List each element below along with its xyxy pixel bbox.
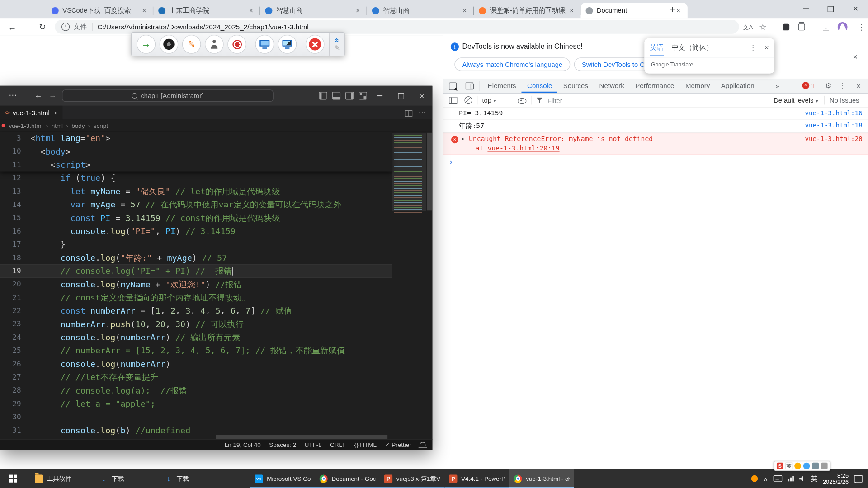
breadcrumb-item[interactable]: vue-1-3.html: [9, 122, 43, 129]
source-link[interactable]: vue-1-3.html:20: [805, 135, 863, 143]
horizontal-scrollbar[interactable]: [216, 435, 388, 439]
profile-avatar[interactable]: [837, 22, 848, 33]
browser-tab[interactable]: VSCode下载_百度搜索: [47, 3, 153, 18]
extension-icon[interactable]: [781, 22, 792, 33]
sogou-icon[interactable]: S: [777, 463, 783, 469]
menu-icon[interactable]: [9, 90, 17, 99]
toggle-panel-icon[interactable]: [332, 92, 340, 99]
status-bar-item[interactable]: UTF-8: [304, 441, 321, 449]
code-line[interactable]: 18 console.log("年龄:" + myAge) // 57: [0, 251, 392, 264]
code-line[interactable]: 10 <body>: [0, 145, 392, 158]
command-center-search[interactable]: chap1 [Administrator]: [62, 89, 274, 102]
code-line[interactable]: 15 const PI = 3.14159 // const的作用域是代码块级: [0, 211, 392, 225]
hidden-tray-app-icon[interactable]: [751, 475, 758, 482]
code-line[interactable]: 22 const numberArr = [1, 2, 3, 4, 5, 6, …: [0, 304, 392, 317]
downloads-icon[interactable]: [821, 22, 831, 33]
clear-console-icon[interactable]: [464, 96, 472, 104]
maximize-icon[interactable]: [818, 0, 843, 18]
translate-options-icon[interactable]: [750, 43, 757, 52]
code-lines[interactable]: 12 if (true) { 13 let myName = "储久良" // …: [0, 172, 392, 437]
breadcrumb-item[interactable]: script: [85, 122, 108, 129]
screen-select-icon[interactable]: [278, 35, 297, 54]
tab-close-icon[interactable]: [54, 109, 58, 117]
console-filter-input[interactable]: [547, 94, 626, 107]
log-levels-selector[interactable]: Default levels: [774, 94, 818, 108]
record-icon[interactable]: [227, 35, 246, 54]
devtools-tab[interactable]: Network: [594, 79, 630, 93]
taskbar-button[interactable]: vue-1-3.html - ch...: [509, 469, 574, 488]
tab-close-icon[interactable]: [354, 6, 362, 14]
taskbar-button[interactable]: V4.4.1 - PowerPoi...: [444, 469, 509, 488]
pen-icon[interactable]: [335, 44, 340, 52]
expand-triangle-icon[interactable]: [462, 136, 464, 141]
issues-counter[interactable]: No Issues: [830, 94, 859, 108]
notifications-bell-icon[interactable]: [420, 442, 425, 446]
status-bar-item[interactable]: {} HTML: [354, 441, 377, 449]
share-icon[interactable]: [137, 35, 156, 54]
code-line[interactable]: 27 // //let不存在变量提升: [0, 371, 392, 384]
code-line[interactable]: 19 // console.log("PI=" + PI) // 报错: [0, 264, 392, 277]
editor-more-actions-icon[interactable]: [419, 108, 426, 116]
code-line[interactable]: 11 <script>: [0, 158, 392, 171]
device-toolbar-icon[interactable]: [466, 82, 473, 89]
browser-tab[interactable]: 山东工商学院: [153, 3, 260, 18]
taskbar-button[interactable]: Microsoft VS Cod...: [250, 469, 315, 488]
toggle-primary-sidebar-icon[interactable]: [319, 92, 327, 99]
pen-icon[interactable]: [182, 35, 201, 54]
devtools-menu-icon[interactable]: [839, 81, 846, 89]
translate-source-lang-tab[interactable]: 英语: [650, 39, 664, 56]
reload-icon[interactable]: [37, 21, 49, 33]
code-line[interactable]: 26 console.log(numberArr): [0, 357, 392, 371]
code-line[interactable]: 3 <html lang="en">: [0, 131, 392, 145]
code-line[interactable]: 28 // console.log(a); //报错: [0, 384, 392, 397]
show-hidden-icons-chevron[interactable]: [764, 475, 768, 481]
status-bar-item[interactable]: ✓ Prettier: [385, 441, 411, 449]
ime-language-indicator[interactable]: 英: [811, 474, 817, 483]
action-center-icon[interactable]: [854, 475, 862, 482]
devtools-tab[interactable]: Performance: [630, 79, 680, 93]
network-icon[interactable]: [788, 476, 793, 481]
split-editor-icon[interactable]: [405, 110, 412, 117]
translate-target-lang-tab[interactable]: 中文（简体）: [671, 43, 713, 52]
console-prompt-icon[interactable]: [443, 155, 868, 169]
devtools-tab[interactable]: Memory: [680, 79, 716, 93]
code-line[interactable]: 20 console.log(myName + "欢迎您!") //报错: [0, 278, 392, 291]
status-bar-item[interactable]: Ln 19, Col 40: [225, 441, 261, 449]
status-bar-item[interactable]: CRLF: [330, 441, 346, 449]
code-line[interactable]: 17 }: [0, 238, 392, 251]
translate-close-icon[interactable]: [764, 43, 769, 52]
breadcrumb-item[interactable]: body: [63, 122, 85, 129]
devtools-tab[interactable]: Application: [716, 79, 760, 93]
close-icon[interactable]: [411, 86, 433, 106]
code-line[interactable]: 24 console.log(numberArr) // 输出所有元素: [0, 331, 392, 344]
screen-icon[interactable]: [255, 35, 274, 54]
url-text[interactable]: C:/Users/Administrator/Downloads/2024_20…: [98, 23, 309, 31]
breadcrumb-item[interactable]: html: [42, 122, 63, 129]
camera-lens-icon[interactable]: [160, 35, 179, 54]
close-icon[interactable]: [843, 0, 868, 18]
browser-tab[interactable]: 课堂派-简单好用的互动课堂管: [474, 3, 580, 18]
code-line[interactable]: 16 console.log("PI=", PI) // 3.14159: [0, 225, 392, 238]
browser-tab[interactable]: 智慧山商: [367, 3, 474, 18]
taskbar-button[interactable]: vuejs3.x-第1章Vue...: [380, 469, 444, 488]
extensions-puzzle-icon[interactable]: [796, 22, 807, 33]
devtools-settings-gear-icon[interactable]: [825, 81, 831, 89]
live-expression-eye-icon[interactable]: [518, 98, 527, 104]
notice-close-icon[interactable]: [850, 52, 860, 62]
minimize-icon[interactable]: [793, 0, 818, 18]
match-language-button[interactable]: Always match Chrome's language: [454, 57, 570, 71]
minimize-icon[interactable]: [369, 86, 391, 106]
code-line[interactable]: 29 // let a = "apple";: [0, 397, 392, 410]
maximize-icon[interactable]: [390, 86, 411, 106]
console-log-row[interactable]: PI= 3.14159 vue-1-3.html:16: [443, 108, 868, 120]
code-editor[interactable]: 3 <html lang="en"> 10 <body> 11 <script>: [0, 131, 432, 439]
browser-tab[interactable]: 智慧山商: [260, 3, 367, 18]
more-tabs-icon[interactable]: »: [776, 79, 779, 93]
customize-layout-icon[interactable]: [359, 92, 367, 99]
devtools-close-icon[interactable]: [856, 81, 861, 90]
vscode-title-bar[interactable]: chap1 [Administrator]: [0, 86, 432, 106]
settings-wrench-icon[interactable]: [821, 463, 828, 469]
taskbar-button[interactable]: 下载: [160, 469, 225, 488]
code-line[interactable]: 30: [0, 411, 392, 424]
minimap[interactable]: [392, 131, 426, 439]
